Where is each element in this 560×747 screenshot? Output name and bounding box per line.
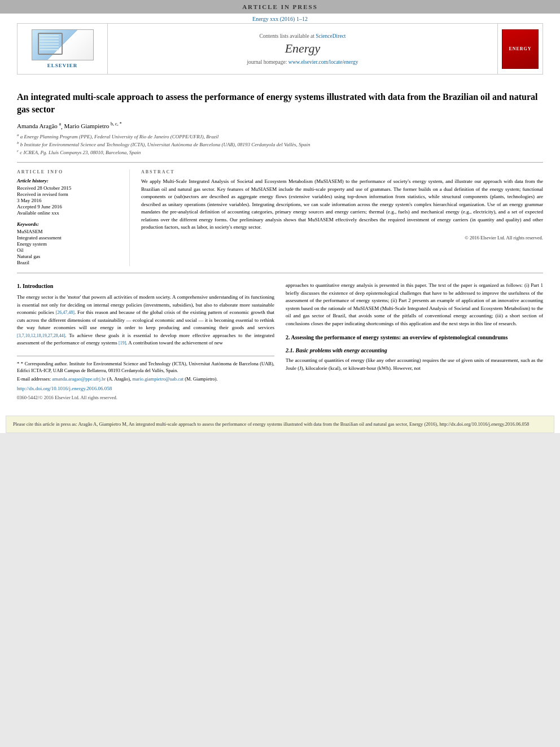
divider-2 [17,273,543,273]
article-content: An integrated multi-scale approach to as… [0,75,560,410]
keyword-5: Natural gas [17,254,121,259]
email1-name: (A. Aragão), [107,376,131,382]
footnote-corresponding: * * Corresponding author. Institute for … [17,361,274,374]
article-info-abstract: ARTICLE INFO Article history: Received 2… [17,169,543,266]
date-online: Available online xxx [17,210,121,216]
journal-name: Energy [285,41,321,56]
journal-header-right [497,24,542,74]
journal-header-center: Contents lists available at ScienceDirec… [108,24,497,74]
keyword-4: Oil [17,247,121,253]
journal-citation: Energy xxx (2016) 1–12 [0,14,560,23]
page-wrapper: ARTICLE IN PRESS Energy xxx (2016) 1–12 … [0,0,560,433]
date-accepted: Accepted 9 June 2016 [17,204,121,209]
footnote-area: * * Corresponding author. Institute for … [17,356,274,401]
doi-link[interactable]: http://dx.doi.org/10.1016/j.energy.2016.… [17,385,274,393]
article-in-press-banner: ARTICLE IN PRESS [0,0,560,14]
banner-text: ARTICLE IN PRESS [242,3,318,10]
affiliation-a: a a Energy Planning Program (PPE), Feder… [17,133,543,139]
email2-name: (M. Giampietro). [185,376,217,382]
body-text-area: 1. Introduction The energy sector is the… [17,282,543,401]
issn-line: 0360-5442/© 2016 Elsevier Ltd. All right… [17,394,274,401]
keywords-label: Keywords: [17,221,121,227]
date-revised: 3 May 2016 [17,198,121,203]
author-name-giampietro: Mario Giampietro b, c, * [64,123,122,129]
homepage-text: journal homepage: [247,59,287,65]
footnote-email: E-mail addresses: amanda.aragao@ppe.ufrj… [17,376,274,383]
ref-19[interactable]: [19] [119,340,126,346]
section1-para2: approaches to quantitative energy analys… [286,282,543,327]
ref-26-47-48[interactable]: [26,47,48] [56,310,75,315]
elsevier-logo [32,29,94,60]
section2-para1: The accounting of quantities of energy (… [286,357,543,372]
footnote-star: * [17,361,21,366]
email2-link[interactable]: mario.giampietro@uab.cat [132,376,183,382]
homepage-url[interactable]: www.elsevier.com/locate/energy [288,59,358,65]
sciencedirect-link[interactable]: ScienceDirect [316,33,345,39]
keyword-2: Integrated assessment [17,235,121,241]
keyword-3: Energy system [17,241,121,247]
sciencedirect-line: Contents lists available at ScienceDirec… [259,33,345,39]
body-col-left: 1. Introduction The energy sector is the… [17,282,274,401]
keyword-1: MuSIASEM [17,229,121,234]
body-col-right: approaches to quantitative energy analys… [286,282,543,401]
citation-banner: Please cite this article in press as: Ar… [6,416,554,433]
article-info-heading: ARTICLE INFO [17,169,121,174]
keyword-6: Brazil [17,260,121,265]
divider-1 [17,162,543,163]
copyright-line: © 2016 Elsevier Ltd. All rights reserved… [141,235,543,241]
contents-text: Contents lists available at [259,33,314,39]
email1-link[interactable]: amanda.aragao@ppe.ufrj.br [52,376,106,382]
abstract-text: We apply Multi-Scale Integrated Analysis… [141,178,543,231]
journal-header-left: ELSEVIER [18,24,108,74]
date-received: Received 28 October 2015 [17,185,121,191]
section2-subheading: 2.1. Basic problems with energy accounti… [286,346,543,355]
abstract-heading: ABSTRACT [141,169,543,174]
ref-3-7-10[interactable]: [3,7,10,12,18,19,27,28,44] [17,333,65,338]
section1-para1: The energy sector is the 'motor' that po… [17,294,274,347]
citation-banner-text: Please cite this article in press as: Ar… [13,421,529,427]
article-history-label: Article history: [17,178,121,184]
article-authors: Amanda Aragão a, Mario Giampietro b, c, … [17,122,543,130]
section1-heading: 1. Introduction [17,282,274,290]
author-name-aragao: Amanda Aragão a [17,123,61,129]
article-title: An integrated multi-scale approach to as… [17,91,543,116]
citation-text: Energy xxx (2016) 1–12 [252,16,308,22]
article-info-col: ARTICLE INFO Article history: Received 2… [17,169,130,266]
date-revised-label: Received in revised form [17,191,121,197]
corresponding-author-text: * Corresponding author. Institute for En… [17,361,274,373]
abstract-col: ABSTRACT We apply Multi-Scale Integrated… [141,169,543,266]
journal-header: ELSEVIER Contents lists available at Sci… [17,23,543,75]
email-label: E-mail addresses: [17,376,51,382]
affiliation-c: c c ICREA, Pg. Lluís Companys 23, 08010,… [17,148,543,155]
journal-homepage-line: journal homepage: www.elsevier.com/locat… [247,59,358,65]
section2-heading: 2. Assessing the performance of energy s… [286,333,543,342]
energy-logo-box [502,29,539,69]
affiliation-b: b b Institute for Environmental Science … [17,141,543,147]
elsevier-label: ELSEVIER [47,63,78,68]
